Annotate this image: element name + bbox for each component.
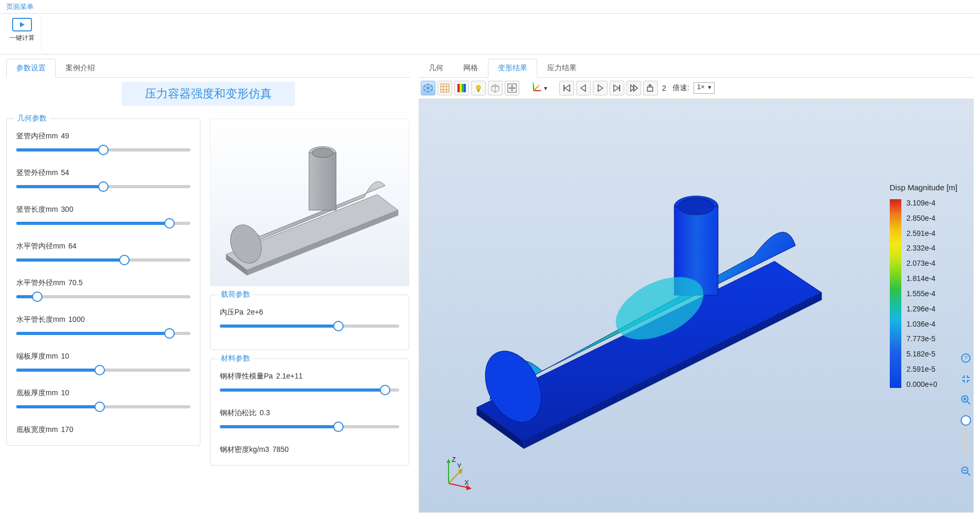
legend-tick: 1.814e-4 [907, 275, 938, 282]
fullscreen-exit-icon[interactable] [960, 373, 972, 385]
slider-label: 水平管长度mm [16, 315, 65, 323]
slider-baseplate-width[interactable]: 底板宽度mm170 [16, 425, 190, 435]
tab-geometry[interactable]: 几何 [419, 59, 453, 77]
slider-value: 2.1e+11 [276, 372, 303, 380]
next-frame-button[interactable] [610, 81, 624, 95]
compute-button[interactable]: 一键计算 [6, 17, 38, 51]
tab-stress-result[interactable]: 应力结果 [537, 59, 587, 77]
mesh-display-button[interactable] [438, 81, 452, 95]
slider-label: 内压Pa [220, 308, 243, 316]
svg-text:z: z [532, 82, 534, 85]
iso-view-button[interactable] [421, 81, 435, 95]
slider-label: 底板宽度mm [16, 425, 58, 434]
ribbon-divider [41, 17, 41, 51]
ribbon: 一键计算 [0, 14, 980, 55]
legend-tick: 2.850e-4 [907, 214, 938, 222]
slider-label: 钢材密度kg/m3 [220, 445, 269, 453]
slider-value: 7850 [272, 445, 289, 453]
tab-case-intro[interactable]: 案例介绍 [56, 59, 105, 77]
svg-rect-20 [464, 84, 466, 92]
slider-hpipe-outer-d[interactable]: 水平管外径mm70.5 [16, 278, 190, 300]
tab-deformation-result[interactable]: 变形结果 [488, 59, 537, 78]
svg-rect-6 [309, 153, 336, 210]
panel-geometry-legend: 几何参数 [14, 114, 50, 123]
play-icon [12, 18, 32, 31]
slider-baseplate-thickness[interactable]: 底板厚度mm10 [16, 388, 190, 410]
legend-tick: 5.182e-5 [907, 350, 938, 358]
legend-ticks: 3.109e-42.850e-42.591e-42.332e-42.073e-4… [907, 199, 938, 388]
zoom-slider[interactable] [964, 417, 967, 454]
slider-value: 170 [61, 425, 73, 434]
slider-hpipe-length[interactable]: 水平管长度mm1000 [16, 315, 190, 337]
lighting-button[interactable] [471, 81, 486, 95]
svg-line-69 [967, 402, 970, 404]
chevron-down-icon: ▼ [543, 85, 548, 91]
axis-triad-icon: zxy [530, 82, 542, 94]
slider-value: 2e+6 [247, 308, 263, 316]
svg-marker-30 [511, 90, 513, 91]
svg-marker-42 [598, 85, 603, 91]
slider-vpipe-inner-d[interactable]: 竖管内径mm49 [16, 132, 190, 154]
left-tabs: 参数设置 案例介绍 [6, 59, 410, 78]
export-animation-button[interactable] [643, 81, 658, 95]
axis-orientation-dropdown[interactable]: zxy ▼ [528, 81, 551, 95]
slider-value: 10 [61, 388, 69, 397]
slider-vpipe-outer-d[interactable]: 竖管外径mm54 [16, 168, 190, 190]
slider-value: 1000 [68, 315, 84, 323]
slider-hpipe-inner-d[interactable]: 水平管内径mm64 [16, 242, 190, 264]
contour-display-button[interactable] [454, 81, 469, 95]
slider-youngs-modulus[interactable]: 钢材弹性模量Pa2.1e+11 [220, 372, 399, 394]
svg-marker-29 [511, 85, 513, 87]
page-menu-link[interactable]: 页面菜单 [6, 3, 34, 10]
wireframe-button[interactable] [488, 81, 503, 95]
first-frame-button[interactable] [559, 81, 574, 95]
speed-label: 倍速: [673, 83, 689, 93]
svg-rect-44 [619, 85, 620, 91]
side-tools: ? [960, 352, 972, 477]
slider-label: 钢材泊松比 [220, 408, 257, 417]
panel-load-legend: 载荷参数 [218, 290, 253, 299]
axis-triad: Z X Y [438, 455, 475, 491]
slider-endplate-thickness[interactable]: 端板厚度mm10 [16, 352, 190, 374]
slider-poisson-ratio[interactable]: 钢材泊松比0.3 [220, 408, 399, 430]
slider-value: 49 [61, 132, 69, 140]
svg-rect-47 [647, 87, 653, 91]
legend-tick: 2.073e-4 [907, 260, 938, 267]
slider-internal-pressure[interactable]: 内压Pa2e+6 [220, 308, 399, 330]
slider-value: 54 [61, 168, 69, 177]
svg-marker-0 [20, 22, 25, 27]
slider-label: 水平管内径mm [16, 242, 65, 250]
svg-rect-22 [477, 90, 480, 92]
prev-frame-button[interactable] [576, 81, 591, 95]
result-viewport[interactable]: Disp Magnitude [m] 3.109e-42.850e-42.591… [419, 99, 974, 513]
tab-parameters[interactable]: 参数设置 [6, 59, 56, 78]
svg-text:?: ? [964, 355, 967, 361]
fit-view-button[interactable] [505, 81, 519, 95]
last-frame-button[interactable] [626, 81, 641, 95]
slider-vpipe-length[interactable]: 竖管长度mm300 [16, 205, 190, 227]
speed-select[interactable]: 1× [694, 82, 715, 94]
slider-value: 10 [61, 352, 69, 360]
svg-line-73 [967, 473, 970, 475]
svg-marker-41 [581, 85, 585, 91]
legend-color-bar [890, 199, 901, 388]
play-button[interactable] [593, 81, 608, 95]
slider-density[interactable]: 钢材密度kg/m37850 [220, 445, 399, 455]
svg-marker-40 [565, 85, 570, 91]
svg-marker-31 [509, 87, 510, 89]
legend-tick: 7.773e-5 [907, 335, 938, 342]
slider-value: 64 [68, 242, 77, 250]
legend-tick: 2.591e-5 [907, 365, 938, 373]
zoom-in-icon[interactable] [960, 394, 972, 406]
slider-label: 竖管外径mm [16, 168, 58, 177]
panel-load-params: 载荷参数 内压Pa2e+6 [210, 295, 409, 350]
zoom-out-icon[interactable] [960, 466, 972, 477]
top-menu-bar: 页面菜单 [0, 0, 980, 14]
legend-tick: 2.591e-4 [907, 230, 938, 237]
panel-geometry-params: 几何参数 竖管内径mm49 竖管外径mm54 竖管长度mm300 [6, 118, 200, 446]
svg-rect-18 [460, 84, 462, 92]
svg-point-21 [476, 85, 481, 90]
tab-mesh[interactable]: 网格 [453, 59, 488, 77]
legend-tick: 1.036e-4 [907, 320, 938, 328]
help-icon[interactable]: ? [960, 352, 972, 364]
